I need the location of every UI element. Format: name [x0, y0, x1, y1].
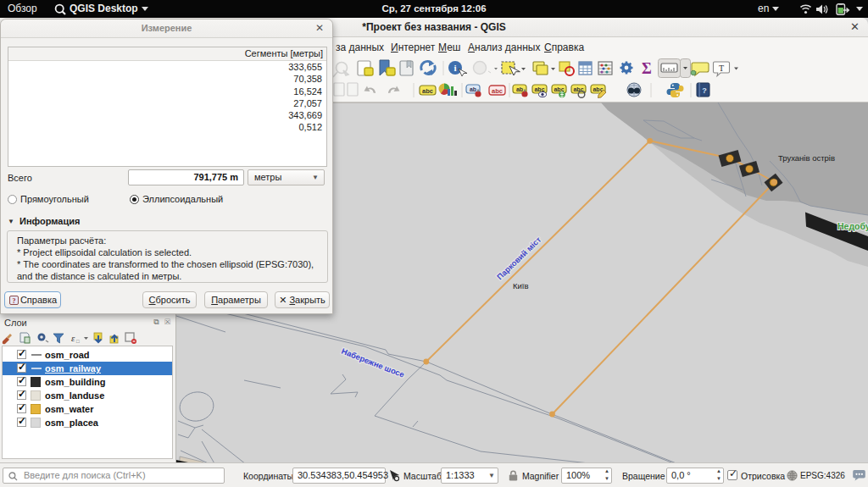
svg-text:abc: abc	[422, 87, 433, 95]
svg-text:i: i	[453, 63, 456, 73]
svg-text:Київ: Київ	[513, 281, 529, 291]
svg-text:T: T	[719, 64, 724, 73]
svg-text:abc: abc	[534, 86, 544, 92]
svg-text:ε: ε	[71, 333, 75, 343]
svg-text:Труханів острів: Труханів острів	[778, 153, 835, 163]
svg-text:?: ?	[702, 86, 707, 95]
svg-text:Недобу: Недобу	[837, 221, 868, 231]
svg-text:□: □	[76, 339, 80, 344]
svg-text:abc: abc	[492, 87, 503, 95]
svg-text:ab: ab	[470, 86, 476, 92]
svg-text:Σ: Σ	[642, 60, 652, 77]
svg-text:?: ?	[13, 297, 16, 305]
svg-text:ab: ab	[516, 86, 523, 92]
